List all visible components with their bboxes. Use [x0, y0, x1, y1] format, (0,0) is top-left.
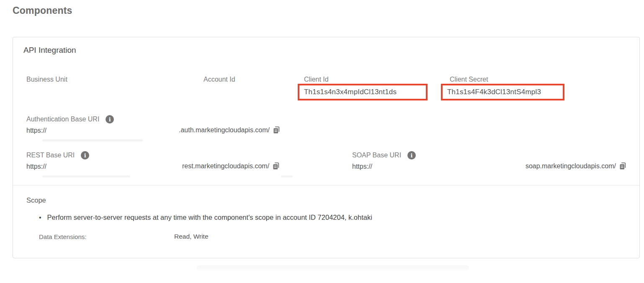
- scope-bullet-text: Perform server-to-server requests at any…: [47, 214, 372, 221]
- rest-uri-host-group: rest.marketingcloudapis.com/: [182, 162, 280, 170]
- info-icon[interactable]: i: [81, 151, 89, 160]
- soap-uri-host-group: soap.marketingcloudapis.com/: [526, 162, 627, 170]
- copy-icon[interactable]: [619, 162, 627, 170]
- account-id-label: Account Id: [204, 76, 235, 83]
- auth-base-uri-row: Authentication Base URI i: [26, 115, 114, 123]
- rest-uri-scheme: https://: [26, 163, 46, 170]
- redacted-text-area: [42, 139, 143, 142]
- soap-base-uri-label: SOAP Base URI: [352, 152, 401, 159]
- panel-title: API Integration: [23, 46, 76, 55]
- api-integration-panel: API Integration Business Unit Account Id…: [13, 37, 640, 258]
- page-title: Components: [13, 5, 72, 16]
- auth-uri-host: .auth.marketingcloudapis.com/: [179, 126, 270, 134]
- client-secret-highlight-box: Th1s1s4F4k3dCl13ntS4mpl3: [441, 84, 564, 100]
- scope-title: Scope: [26, 196, 46, 204]
- page-shadow-artifact: [197, 265, 469, 271]
- client-secret-value: Th1s1s4F4k3dCl13ntS4mpl3: [447, 88, 541, 96]
- auth-base-uri-label: Authentication Base URI: [26, 116, 99, 123]
- redacted-text-area: [281, 175, 293, 178]
- bullet-icon: [39, 214, 41, 221]
- rest-uri-host: rest.marketingcloudapis.com/: [182, 162, 269, 170]
- client-id-highlight-box: Th1s1s4n3x4mpIdCl13nt1ds: [298, 84, 428, 100]
- auth-uri-scheme: https://: [26, 127, 46, 134]
- scope-bullet-item: Perform server-to-server requests at any…: [39, 214, 617, 221]
- rest-base-uri-row: REST Base URI i: [26, 151, 89, 160]
- data-extensions-value: Read, Write: [174, 233, 209, 240]
- info-icon[interactable]: i: [407, 151, 416, 160]
- auth-uri-host-group: .auth.marketingcloudapis.com/: [179, 126, 281, 134]
- client-id-label: Client Id: [304, 76, 329, 83]
- info-icon[interactable]: i: [106, 115, 114, 123]
- soap-uri-scheme: https://: [352, 163, 372, 170]
- client-secret-label: Client Secret: [450, 76, 488, 83]
- section-divider: [13, 185, 639, 185]
- rest-base-uri-label: REST Base URI: [26, 152, 75, 159]
- client-id-value: Th1s1s4n3x4mpIdCl13nt1ds: [304, 88, 397, 96]
- soap-base-uri-row: SOAP Base URI i: [352, 151, 416, 160]
- copy-icon[interactable]: [272, 162, 280, 170]
- soap-uri-host: soap.marketingcloudapis.com/: [526, 162, 616, 170]
- business-unit-label: Business Unit: [26, 76, 67, 83]
- data-extensions-label: Data Extensions:: [39, 233, 86, 240]
- redacted-text-area: [42, 175, 130, 178]
- copy-icon[interactable]: [273, 126, 281, 134]
